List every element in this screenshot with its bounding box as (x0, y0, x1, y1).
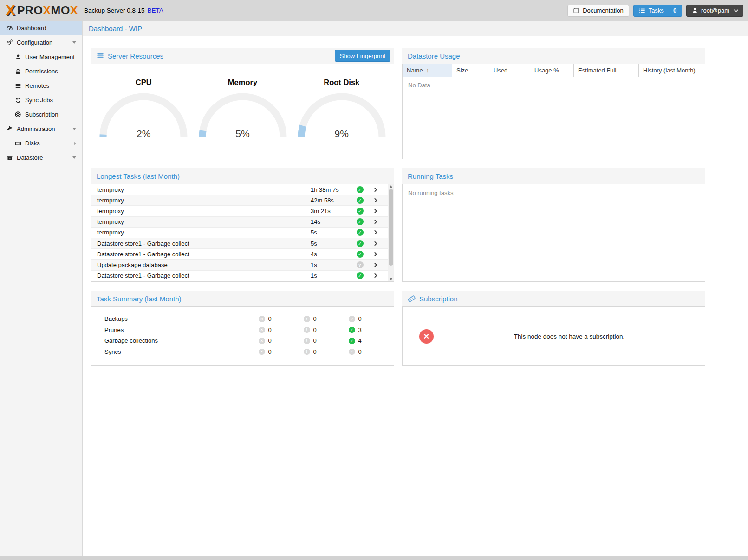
ok-count: 3 (358, 326, 362, 333)
column-label: Name (407, 67, 423, 74)
task-list-icon (639, 7, 645, 14)
sidebar-item-datastore[interactable]: Datastore (0, 150, 82, 165)
task-duration: 5s (311, 240, 353, 247)
tasks-button[interactable]: Tasks 0 (633, 5, 682, 17)
task-status-icon: ✓ (357, 186, 364, 193)
summary-row: Garbage collections ×0 !0 ✓4 (91, 335, 394, 346)
ok-count-icon: ✓ (349, 316, 355, 322)
gauges-row: CPU 2% Memory 5% Root Disk 9% (91, 64, 394, 141)
proxmox-logo: X PROXMOX (6, 2, 78, 19)
sidebar-item-disks[interactable]: Disks (0, 136, 82, 150)
task-duration: 4s (311, 251, 353, 258)
task-name: termproxy (97, 197, 311, 204)
summary-row: Syncs ×0 !0 ✓0 (91, 346, 394, 358)
chevron-right-icon[interactable] (372, 252, 377, 256)
chevron-right-icon[interactable] (372, 262, 377, 267)
column-header-usage-pct[interactable]: Usage % (530, 64, 574, 77)
datastore-usage-panel: Datastore Usage Name ↑ Size Used Usage %… (402, 48, 705, 159)
user-menu-button[interactable]: root@pam (686, 5, 743, 17)
sidebar-item-administration[interactable]: Administration (0, 122, 82, 136)
chevron-right-icon[interactable] (372, 209, 377, 214)
sidebar-item-configuration[interactable]: Configuration (0, 35, 82, 50)
no-data-text: No Data (403, 77, 705, 93)
sidebar-item-subscription[interactable]: Subscription (0, 107, 82, 122)
caret-down-icon[interactable] (72, 128, 76, 130)
task-duration: 14s (311, 218, 353, 225)
longest-tasks-header: Longest Tasks (last Month) (91, 168, 394, 184)
scroll-down-arrow[interactable] (390, 278, 392, 280)
task-row[interactable]: Datastore store1 - Garbage collect 4s ✓ (91, 249, 394, 260)
show-fingerprint-button[interactable]: Show Fingerprint (335, 50, 390, 62)
panel-title: Task Summary (last Month) (97, 295, 182, 303)
documentation-button[interactable]: Documentation (567, 5, 629, 17)
task-row[interactable]: termproxy 1h 38m 7s ✓ (91, 184, 394, 195)
chevron-right-icon[interactable] (372, 220, 377, 224)
no-running-tasks-text: No running tasks (403, 184, 705, 201)
chevron-down-icon (734, 7, 739, 12)
column-header-size[interactable]: Size (452, 64, 489, 77)
chevron-right-icon[interactable] (372, 241, 377, 246)
no-subscription-icon: × (419, 329, 434, 344)
scroll-up-arrow[interactable] (390, 185, 392, 188)
task-duration: 42m 58s (311, 197, 353, 204)
task-row[interactable]: Datastore store1 - Garbage collect 5s ✓ (91, 238, 394, 249)
scrollbar-thumb[interactable] (389, 189, 393, 266)
task-name: termproxy (97, 208, 311, 215)
chevron-right-icon[interactable] (372, 198, 377, 202)
task-name: Datastore store1 - Garbage collect (97, 251, 311, 258)
dashboard-icon (6, 25, 13, 32)
caret-down-icon[interactable] (72, 41, 76, 44)
task-row[interactable]: termproxy 5s ✓ (91, 228, 394, 238)
task-row[interactable]: termproxy 3m 21s ✓ (91, 206, 394, 216)
summary-row: Backups ×0 !0 ✓0 (91, 313, 394, 325)
task-duration: 5s (311, 229, 353, 236)
task-status-icon: ✓ (357, 218, 364, 225)
longest-tasks-list: termproxy 1h 38m 7s ✓ termproxy 42m 58s … (91, 184, 394, 281)
task-name: Update package database (97, 261, 311, 268)
beta-link[interactable]: BETA (148, 7, 163, 14)
page-title: Dashboard - WIP (89, 25, 142, 33)
wordmark-part: MO (51, 4, 70, 17)
gears-icon (6, 39, 13, 46)
summary-label: Syncs (104, 348, 259, 355)
task-summary-header: Task Summary (last Month) (91, 291, 394, 306)
task-row[interactable]: termproxy 42m 58s ✓ (91, 195, 394, 206)
gauge-value: 5% (196, 128, 290, 139)
sidebar-item-remotes[interactable]: Remotes (0, 78, 82, 93)
gauge-title: Root Disk (295, 78, 389, 87)
column-label: History (last Month) (643, 67, 696, 74)
sidebar-item-permissions[interactable]: Permissions (0, 64, 82, 78)
subscription-panel: Subscription × This node does not have a… (402, 291, 705, 366)
chevron-right-icon[interactable] (372, 273, 377, 278)
panel-title: Datastore Usage (408, 52, 460, 60)
summary-label: Prunes (104, 326, 259, 333)
column-header-estimated-full[interactable]: Estimated Full (574, 64, 639, 77)
task-status-icon: ? (357, 261, 364, 268)
warning-count: 0 (313, 326, 317, 333)
datastore-usage-header: Datastore Usage (402, 48, 705, 64)
caret-right-icon[interactable] (74, 142, 76, 145)
sidebar-item-dashboard[interactable]: Dashboard (0, 21, 82, 35)
task-row[interactable]: termproxy 14s ✓ (91, 217, 394, 228)
wordmark-part: X (43, 4, 51, 17)
sidebar-item-label: Datastore (17, 154, 43, 161)
root-disk-gauge: Root Disk 9% (295, 78, 389, 141)
chevron-right-icon[interactable] (372, 230, 377, 235)
caret-down-icon[interactable] (72, 156, 76, 159)
task-status-icon: ✓ (357, 229, 364, 236)
scrollbar[interactable] (388, 184, 394, 281)
column-header-used[interactable]: Used (489, 64, 530, 77)
task-duration: 1s (311, 272, 353, 279)
sidebar-item-label: Permissions (25, 68, 58, 75)
sidebar-item-user-management[interactable]: User Management (0, 50, 82, 64)
sidebar-item-label: Configuration (17, 39, 52, 46)
chevron-right-icon[interactable] (372, 187, 377, 192)
column-header-history[interactable]: History (last Month) (639, 64, 705, 77)
sidebar-item-sync-jobs[interactable]: Sync Jobs (0, 93, 82, 107)
task-row[interactable]: Update package database 1s ? (91, 260, 394, 270)
task-duration: 3m 21s (311, 208, 353, 215)
task-row[interactable]: Datastore store1 - Garbage collect 1s ✓ (91, 271, 394, 281)
column-header-name[interactable]: Name ↑ (403, 64, 452, 77)
sidebar-item-label: User Management (25, 53, 75, 60)
error-count: 0 (268, 348, 272, 355)
